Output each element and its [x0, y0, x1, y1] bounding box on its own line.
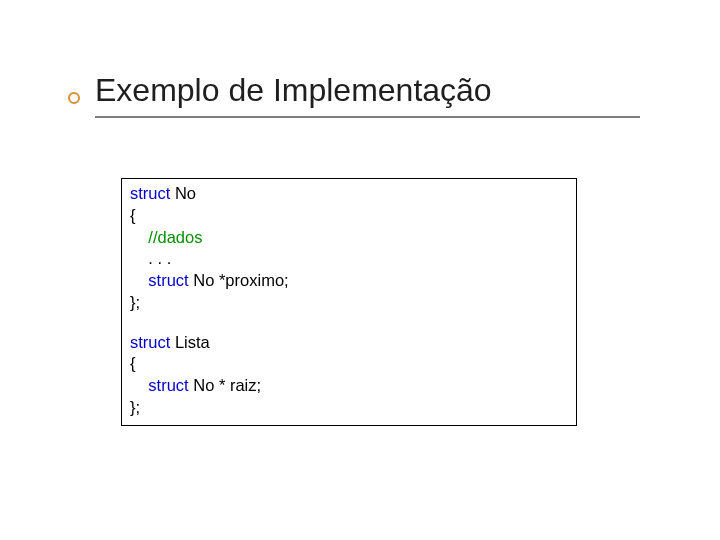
- keyword-struct: struct: [130, 184, 170, 202]
- code-line-2: {: [130, 206, 136, 224]
- code-gap: [130, 314, 568, 332]
- code-line-3: //dados: [130, 228, 202, 246]
- slide: Exemplo de Implementação struct No { //d…: [0, 0, 720, 540]
- slide-title: Exemplo de Implementação: [95, 72, 492, 109]
- code-line-10: };: [130, 398, 140, 416]
- code-line-9: struct No * raiz;: [130, 376, 261, 394]
- code-line-8: {: [130, 354, 136, 372]
- indent: [130, 376, 148, 394]
- code-line-6: };: [130, 293, 140, 311]
- code-line-1: struct No: [130, 184, 196, 202]
- indent: [130, 249, 148, 267]
- code-line-7: struct Lista: [130, 333, 210, 351]
- keyword-struct: struct: [148, 271, 188, 289]
- indent: [130, 271, 148, 289]
- keyword-struct: struct: [130, 333, 170, 351]
- ptr-proximo: No *proximo;: [189, 271, 289, 289]
- code-line-5: struct No *proximo;: [130, 271, 289, 289]
- struct-name-lista: Lista: [170, 333, 209, 351]
- comment-dados: //dados: [148, 228, 202, 246]
- code-box: struct No { //dados . . . struct No *pro…: [121, 178, 577, 426]
- ellipsis: . . .: [148, 249, 171, 267]
- title-bullet-icon: [68, 92, 80, 104]
- struct-name-no: No: [170, 184, 196, 202]
- keyword-struct: struct: [148, 376, 188, 394]
- ptr-raiz: No * raiz;: [189, 376, 261, 394]
- title-underline: [95, 116, 640, 118]
- indent: [130, 228, 148, 246]
- code-line-4: . . .: [130, 249, 171, 267]
